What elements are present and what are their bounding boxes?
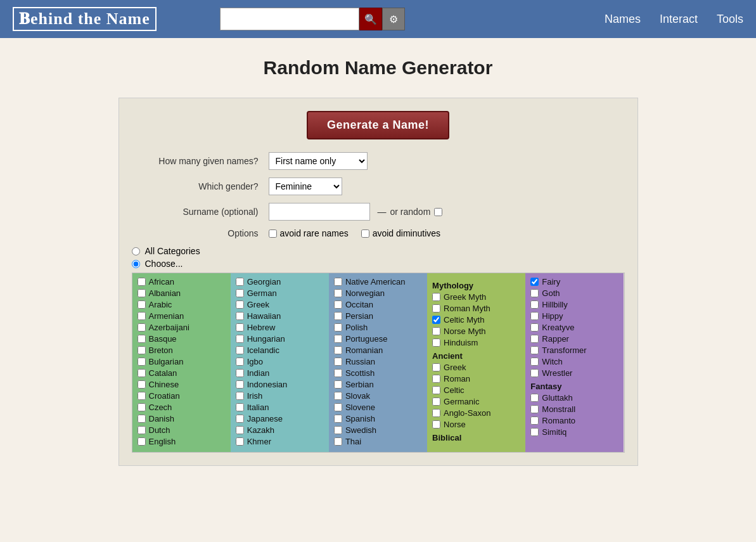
all-categories-label[interactable]: All Categories bbox=[145, 246, 200, 256]
choose-radio[interactable] bbox=[132, 260, 140, 268]
cat-danish[interactable] bbox=[138, 415, 146, 423]
cat-albanian[interactable] bbox=[138, 289, 146, 297]
cat-greek-myth[interactable] bbox=[432, 293, 440, 301]
cat-persian[interactable] bbox=[334, 312, 342, 320]
cat-indian[interactable] bbox=[236, 369, 244, 377]
cat-kazakh[interactable] bbox=[236, 426, 244, 434]
cat-germanic[interactable] bbox=[432, 397, 440, 406]
cat-hillbilly[interactable] bbox=[530, 300, 539, 309]
search-input[interactable] bbox=[220, 8, 359, 30]
cat-japanese[interactable] bbox=[236, 415, 244, 423]
cat-russian[interactable] bbox=[334, 358, 342, 366]
search-button[interactable]: 🔍 bbox=[359, 8, 382, 30]
cat-roman-myth[interactable] bbox=[432, 304, 440, 313]
cat-azerbaijani[interactable] bbox=[138, 323, 146, 332]
surname-label: Surname (optional) bbox=[132, 207, 259, 217]
cat-italian[interactable] bbox=[236, 403, 244, 411]
cat-ancient-celtic[interactable] bbox=[432, 386, 440, 394]
list-item: German bbox=[236, 288, 324, 298]
cat-celtic-myth[interactable] bbox=[432, 316, 440, 324]
cat-col-1: African Albanian Arabic Armenian Azerbai… bbox=[132, 273, 231, 452]
cat-english[interactable] bbox=[138, 437, 146, 446]
nav-interact[interactable]: Interact bbox=[660, 13, 698, 26]
cat-wrestler[interactable] bbox=[530, 369, 539, 377]
list-item: Kazakh bbox=[236, 425, 324, 435]
cat-transformer[interactable] bbox=[530, 346, 539, 354]
cat-serbian[interactable] bbox=[334, 380, 342, 389]
cat-german[interactable] bbox=[236, 289, 244, 297]
cat-czech[interactable] bbox=[138, 403, 146, 411]
cat-romanto[interactable] bbox=[530, 416, 539, 425]
cat-ancient-roman[interactable] bbox=[432, 375, 440, 383]
cat-hawaiian[interactable] bbox=[236, 312, 244, 320]
cat-arabic[interactable] bbox=[138, 300, 146, 309]
cat-igbo[interactable] bbox=[236, 358, 244, 366]
cat-spanish[interactable] bbox=[334, 415, 342, 423]
nav-tools[interactable]: Tools bbox=[717, 13, 743, 26]
cat-hungarian[interactable] bbox=[236, 335, 244, 343]
list-item: Norwegian bbox=[334, 288, 422, 298]
cat-kreatyve[interactable] bbox=[530, 323, 539, 332]
cat-swedish[interactable] bbox=[334, 426, 342, 434]
or-random-checkbox[interactable] bbox=[434, 208, 442, 216]
cat-slovene[interactable] bbox=[334, 403, 342, 411]
cat-african[interactable] bbox=[138, 278, 146, 286]
all-categories-radio[interactable] bbox=[132, 247, 140, 255]
cat-basque[interactable] bbox=[138, 335, 146, 343]
generate-button[interactable]: Generate a Name! bbox=[307, 111, 449, 139]
cat-norwegian[interactable] bbox=[334, 289, 342, 297]
cat-armenian[interactable] bbox=[138, 312, 146, 320]
cat-bulgarian[interactable] bbox=[138, 358, 146, 366]
avoid-dim-checkbox[interactable] bbox=[361, 229, 369, 238]
cat-romanian[interactable] bbox=[334, 346, 342, 354]
nav-names[interactable]: Names bbox=[605, 13, 641, 26]
cat-breton[interactable] bbox=[138, 346, 146, 354]
cat-gluttakh[interactable] bbox=[530, 394, 539, 402]
cat-scottish[interactable] bbox=[334, 369, 342, 377]
cat-native-american[interactable] bbox=[334, 278, 342, 286]
cat-chinese[interactable] bbox=[138, 380, 146, 389]
list-item: African bbox=[138, 277, 226, 287]
cat-hinduism[interactable] bbox=[432, 339, 440, 347]
cat-hippy[interactable] bbox=[530, 312, 539, 320]
cat-thai[interactable] bbox=[334, 437, 342, 446]
list-item: Occitan bbox=[334, 300, 422, 309]
cat-portuguese[interactable] bbox=[334, 335, 342, 343]
cat-rapper[interactable] bbox=[530, 335, 539, 343]
cat-anglo-saxon[interactable] bbox=[432, 409, 440, 417]
cat-witch[interactable] bbox=[530, 358, 539, 366]
gender-select[interactable]: Feminine Masculine Either bbox=[269, 177, 342, 195]
cat-catalan[interactable] bbox=[138, 369, 146, 377]
cat-indonesian[interactable] bbox=[236, 380, 244, 389]
cat-ancient-greek[interactable] bbox=[432, 363, 440, 371]
search-area: 🔍 ⚙ bbox=[220, 8, 405, 30]
cat-monstrall[interactable] bbox=[530, 405, 539, 413]
list-item: Albanian bbox=[138, 288, 226, 298]
avoid-dim-label[interactable]: avoid diminutives bbox=[361, 228, 440, 238]
cat-norse[interactable] bbox=[432, 420, 440, 429]
cat-croatian[interactable] bbox=[138, 392, 146, 400]
cat-goth[interactable] bbox=[530, 289, 539, 297]
site-logo[interactable]: 𝐁ehind the Name bbox=[13, 7, 157, 31]
cat-occitan[interactable] bbox=[334, 300, 342, 309]
cat-georgian[interactable] bbox=[236, 278, 244, 286]
list-item: Hawaiian bbox=[236, 311, 324, 321]
list-item: Serbian bbox=[334, 380, 422, 389]
cat-slovak[interactable] bbox=[334, 392, 342, 400]
settings-button[interactable]: ⚙ bbox=[382, 8, 405, 30]
cat-irish[interactable] bbox=[236, 392, 244, 400]
cat-khmer[interactable] bbox=[236, 437, 244, 446]
cat-icelandic[interactable] bbox=[236, 346, 244, 354]
cat-dutch[interactable] bbox=[138, 426, 146, 434]
given-names-select[interactable]: First name only First + Middle First + 2… bbox=[269, 152, 368, 170]
cat-greek[interactable] bbox=[236, 300, 244, 309]
cat-polish[interactable] bbox=[334, 323, 342, 332]
cat-simitiq[interactable] bbox=[530, 428, 539, 436]
cat-fairy[interactable] bbox=[530, 278, 539, 286]
choose-label[interactable]: Choose... bbox=[145, 259, 183, 269]
surname-input[interactable] bbox=[269, 203, 370, 221]
cat-norse-myth[interactable] bbox=[432, 327, 440, 335]
avoid-rare-label[interactable]: avoid rare names bbox=[269, 228, 349, 238]
avoid-rare-checkbox[interactable] bbox=[269, 229, 277, 238]
cat-hebrew[interactable] bbox=[236, 323, 244, 332]
